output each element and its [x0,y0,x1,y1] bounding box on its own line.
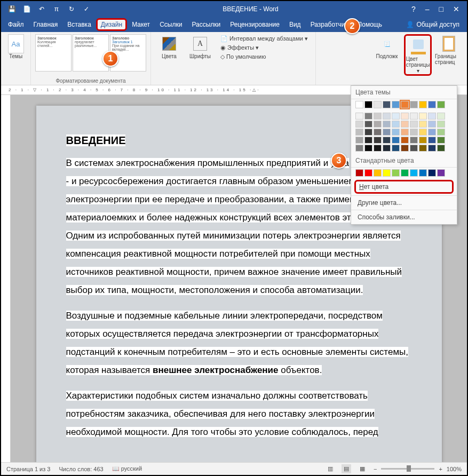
color-swatch[interactable] [419,101,427,108]
color-swatch[interactable] [374,169,382,177]
watermark-button[interactable]: 📃Подложк [373,34,401,59]
color-swatch[interactable] [392,129,400,136]
color-swatch[interactable] [355,101,363,108]
color-swatch[interactable] [364,121,372,128]
equation-icon[interactable]: π [51,5,62,13]
tab-file[interactable]: Файл [3,18,29,31]
paragraph[interactable]: Характеристики подобных систем изначальн… [66,387,413,441]
style-card[interactable]: Заголовокпредлагает различные... [73,34,109,72]
color-swatch[interactable] [419,169,427,177]
color-swatch[interactable] [383,145,391,152]
paragraph[interactable]: Воздушные и подземные кабельные линии эл… [66,307,413,379]
color-swatch[interactable] [428,145,436,152]
theme-colors-grid[interactable] [351,110,457,154]
color-swatch[interactable] [392,169,400,177]
customize-icon[interactable]: ✓ [81,5,92,13]
color-swatch[interactable] [428,169,436,177]
tab-insert[interactable]: Вставка [62,18,96,31]
help-icon[interactable]: ? [411,5,416,13]
color-swatch[interactable] [374,113,382,120]
effects-button[interactable]: ◉ Эффекты ▾ [217,43,311,52]
color-swatch[interactable] [364,145,372,152]
color-swatch[interactable] [364,129,372,136]
color-swatch[interactable] [392,113,400,120]
color-swatch[interactable] [374,101,382,108]
color-swatch[interactable] [401,113,409,120]
color-swatch[interactable] [364,137,372,144]
colors-button[interactable]: Цвета [155,34,183,59]
read-mode-icon[interactable]: ▥ [328,465,333,472]
color-swatch[interactable] [437,101,445,108]
color-swatch[interactable] [364,101,372,108]
color-swatch[interactable] [410,121,418,128]
color-swatch[interactable] [355,137,363,144]
color-swatch[interactable] [383,121,391,128]
color-swatch[interactable] [383,169,391,177]
color-swatch[interactable] [392,121,400,128]
color-swatch[interactable] [437,169,445,177]
vertical-ruler[interactable] [1,95,11,463]
color-swatch[interactable] [410,129,418,136]
color-swatch[interactable] [419,113,427,120]
color-swatch[interactable] [364,113,372,120]
color-swatch[interactable] [419,145,427,152]
color-swatch[interactable] [392,101,400,108]
color-swatch[interactable] [410,113,418,120]
color-swatch[interactable] [410,169,418,177]
color-swatch[interactable] [428,101,436,108]
color-swatch[interactable] [428,113,436,120]
color-swatch[interactable] [392,137,400,144]
redo-icon[interactable]: ↻ [66,5,77,13]
color-swatch[interactable] [355,169,363,177]
word-count[interactable]: Число слов: 463 [59,466,103,472]
more-colors-item[interactable]: Другие цвета... [351,195,457,210]
touch-icon[interactable]: 📄 [21,5,32,13]
standard-colors-row[interactable] [351,168,457,178]
color-swatch[interactable] [383,113,391,120]
color-swatch[interactable] [410,137,418,144]
color-swatch[interactable] [410,101,418,108]
zoom-control[interactable]: − + 100% [374,466,462,472]
tab-references[interactable]: Ссылки [155,18,187,31]
zoom-slider[interactable] [381,468,434,470]
color-swatch[interactable] [428,137,436,144]
style-card[interactable]: ЗаголовокКоллекция стилей... [35,34,72,72]
page-color-button[interactable]: Цвет страницы▾ [404,34,432,76]
color-swatch[interactable] [374,121,382,128]
themes-button[interactable]: Aa Темы [5,34,26,59]
tab-design[interactable]: Дизайн [96,18,127,31]
undo-icon[interactable]: ↶ [36,5,47,13]
tab-view[interactable]: Вид [284,18,306,31]
color-swatch[interactable] [437,121,445,128]
fonts-button[interactable]: AШрифты [186,34,214,59]
color-swatch[interactable] [401,169,409,177]
color-swatch[interactable] [419,137,427,144]
color-swatch[interactable] [401,145,409,152]
color-swatch[interactable] [364,169,372,177]
color-swatch[interactable] [355,113,363,120]
page-borders-button[interactable]: Границы страниц [435,34,463,65]
color-swatch[interactable] [437,129,445,136]
color-swatch[interactable] [383,101,391,108]
maximize-icon[interactable]: □ [439,5,443,13]
color-swatch[interactable] [401,129,409,136]
color-swatch[interactable] [419,129,427,136]
print-layout-icon[interactable]: ▤ [342,464,351,473]
color-swatch[interactable] [437,145,445,152]
color-swatch[interactable] [437,113,445,120]
zoom-out-icon[interactable]: − [374,466,377,472]
color-swatch[interactable] [428,121,436,128]
fill-effects-item[interactable]: Способы заливки... [351,210,457,224]
color-swatch[interactable] [419,121,427,128]
color-swatch[interactable] [374,137,382,144]
color-swatch[interactable] [383,129,391,136]
tab-review[interactable]: Рецензирование [225,18,284,31]
style-gallery[interactable]: ЗаголовокКоллекция стилей... Заголовокпр… [35,34,146,72]
color-swatch[interactable] [437,137,445,144]
save-icon[interactable]: 💾 [6,5,17,13]
minimize-icon[interactable]: – [425,5,430,13]
color-swatch[interactable] [401,137,409,144]
color-swatch[interactable] [428,129,436,136]
color-swatch[interactable] [355,145,363,152]
color-swatch[interactable] [355,129,363,136]
